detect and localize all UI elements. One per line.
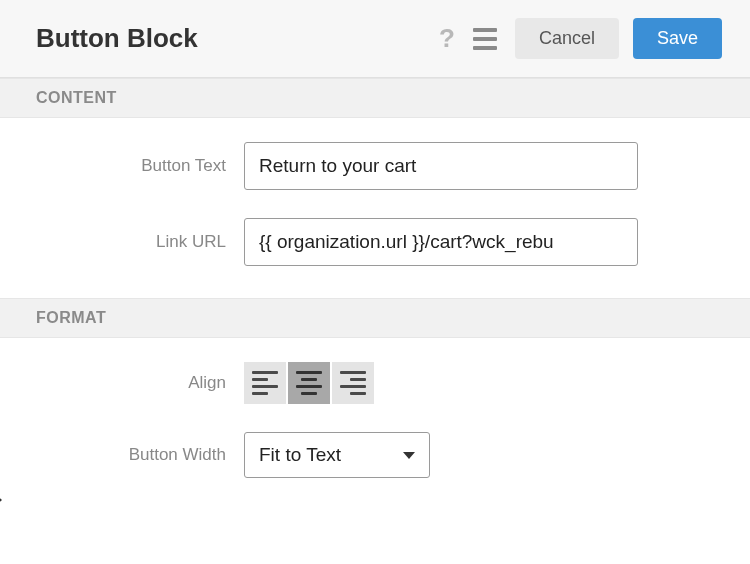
align-right-button[interactable] [332, 362, 374, 404]
button-text-input[interactable]: Return to your cart [244, 142, 638, 190]
button-width-value: Fit to Text [259, 444, 341, 466]
align-button-group [244, 362, 374, 404]
row-align: Align [36, 362, 714, 404]
align-left-icon [252, 371, 278, 374]
link-url-value: {{ organization.url }}/cart?wck_rebu [259, 231, 554, 253]
align-right-icon [340, 371, 366, 374]
cancel-button[interactable]: Cancel [515, 18, 619, 59]
label-button-text: Button Text [36, 156, 244, 176]
header-actions: ? Cancel Save [439, 18, 722, 59]
link-url-input[interactable]: {{ organization.url }}/cart?wck_rebu [244, 218, 638, 266]
button-text-value: Return to your cart [259, 155, 416, 177]
button-width-select[interactable]: Fit to Text [244, 432, 430, 478]
help-icon[interactable]: ? [439, 23, 455, 54]
label-button-width: Button Width [36, 445, 244, 465]
row-link-url: Link URL {{ organization.url }}/cart?wck… [36, 218, 714, 266]
row-button-text: Button Text Return to your cart [36, 142, 714, 190]
edge-arrow-icon [0, 490, 2, 510]
align-left-button[interactable] [244, 362, 286, 404]
section-body-content: Button Text Return to your cart Link URL… [0, 118, 750, 298]
row-button-width: Button Width Fit to Text [36, 432, 714, 478]
align-center-button[interactable] [288, 362, 330, 404]
section-header-format: FORMAT [0, 298, 750, 338]
panel-header: Button Block ? Cancel Save [0, 0, 750, 78]
section-header-content: CONTENT [0, 78, 750, 118]
panel-title: Button Block [36, 23, 198, 54]
save-button[interactable]: Save [633, 18, 722, 59]
align-center-icon [296, 371, 322, 374]
chevron-down-icon [403, 452, 415, 459]
label-link-url: Link URL [36, 232, 244, 252]
label-align: Align [36, 373, 244, 393]
section-body-format: Align Button Width [0, 338, 750, 510]
menu-icon[interactable] [469, 24, 501, 54]
